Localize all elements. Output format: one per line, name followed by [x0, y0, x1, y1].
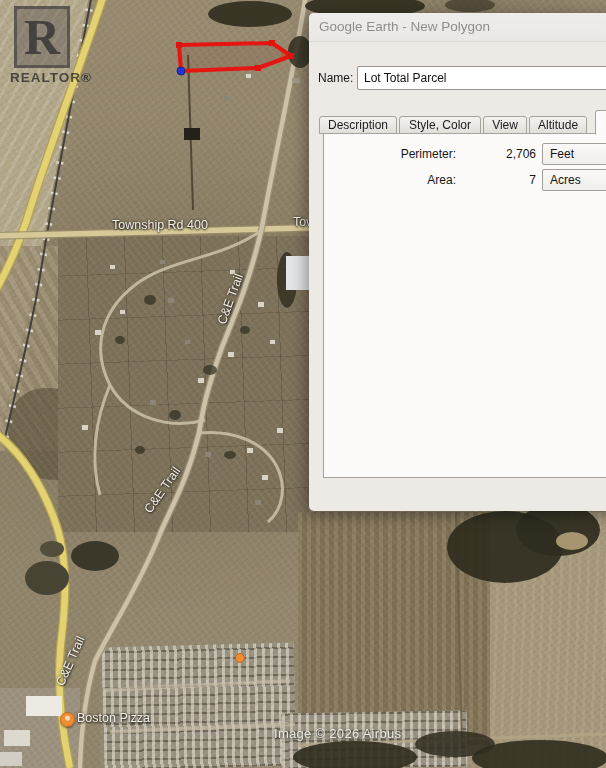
ce-trail-road	[80, 0, 306, 768]
area-label: Area:	[324, 173, 456, 187]
measurements-panel: Perimeter: 2,706 Feet Area: 7 Acres	[323, 133, 606, 478]
subdivision-streets	[95, 230, 295, 732]
tab-measurements[interactable]: Measurements	[595, 110, 606, 135]
boston-pizza-poi-icon[interactable]	[60, 712, 75, 727]
dialog-titlebar[interactable]: Google Earth - New Polygon	[309, 13, 606, 42]
tab-description[interactable]: Description	[319, 116, 397, 134]
dialog-tabs: Description Style, Color View Altitude M…	[319, 108, 606, 134]
boston-pizza-label: Boston Pizza	[77, 711, 150, 725]
imagery-attribution: Image © 2026 Airbus	[274, 726, 401, 741]
new-polygon-dialog: Google Earth - New Polygon Name: Descrip…	[309, 13, 606, 511]
road-label-township-rd-400: Township Rd 400	[112, 218, 208, 232]
parcel-polygon[interactable]	[176, 40, 294, 75]
vertex-handle[interactable]	[288, 53, 294, 59]
perimeter-unit-select[interactable]: Feet	[542, 143, 606, 165]
name-label: Name:	[318, 71, 353, 85]
tab-altitude[interactable]: Altitude	[529, 116, 587, 134]
realtor-watermark-text: REALTOR®	[10, 70, 96, 85]
perimeter-value: 2,706	[464, 147, 536, 161]
name-row: Name:	[309, 66, 606, 92]
area-value: 7	[464, 173, 536, 187]
vertex-handle[interactable]	[255, 65, 261, 71]
poi-dot[interactable]	[236, 654, 245, 663]
vertex-handle[interactable]	[176, 42, 182, 48]
ponds	[25, 541, 119, 595]
selected-vertex-handle[interactable]	[177, 67, 185, 75]
name-input[interactable]	[357, 66, 606, 90]
realtor-watermark: R REALTOR®	[10, 6, 96, 85]
tab-view[interactable]: View	[483, 116, 527, 134]
realtor-logo-icon: R	[14, 6, 70, 68]
acreage-houses	[82, 260, 283, 505]
perimeter-label: Perimeter:	[324, 147, 456, 161]
screen: Township Rd 400 Township Rd 400 C&E Trai…	[0, 0, 606, 768]
vertex-handle[interactable]	[269, 40, 275, 46]
dialog-title: Google Earth - New Polygon	[319, 19, 490, 34]
area-unit-select[interactable]: Acres	[542, 169, 606, 191]
tab-style-color[interactable]: Style, Color	[399, 116, 481, 134]
